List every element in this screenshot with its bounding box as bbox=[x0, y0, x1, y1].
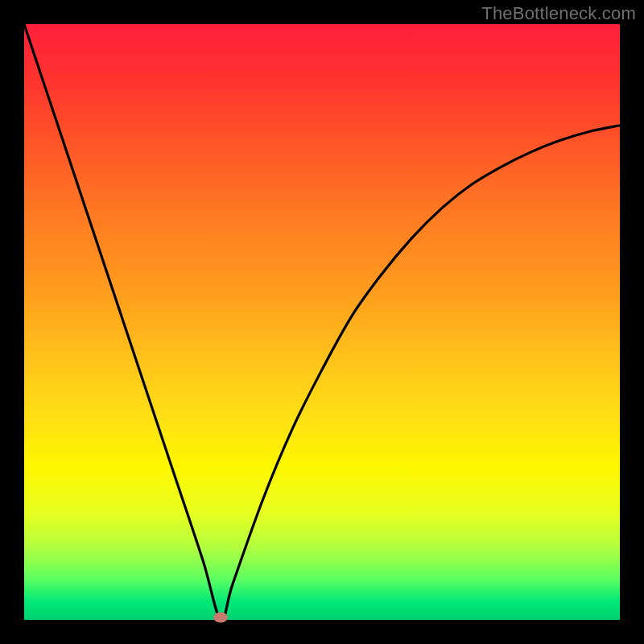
watermark-text: TheBottleneck.com bbox=[481, 3, 636, 24]
bottleneck-curve bbox=[24, 24, 620, 620]
plot-area bbox=[24, 24, 620, 620]
minimum-marker bbox=[213, 613, 228, 623]
chart-frame: TheBottleneck.com bbox=[0, 0, 644, 644]
